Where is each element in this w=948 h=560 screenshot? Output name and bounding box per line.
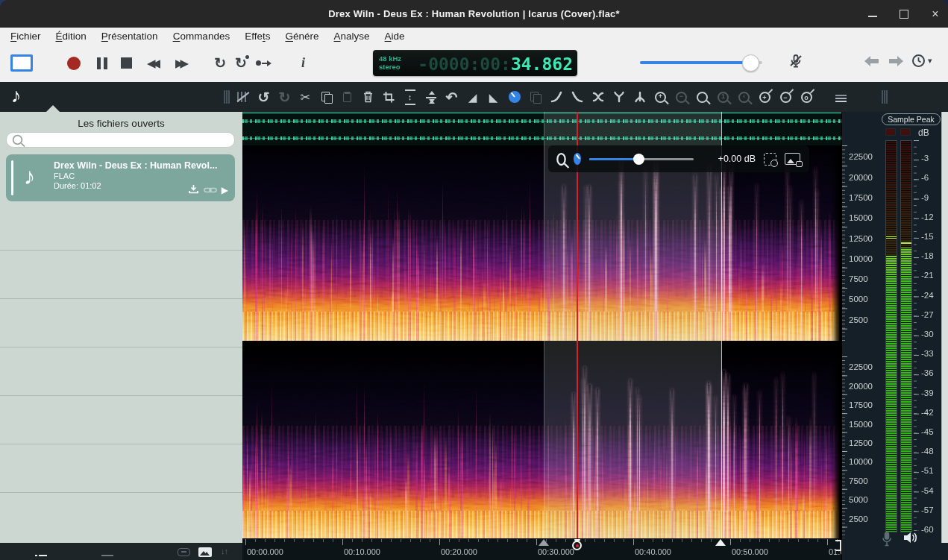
- vertical-zoom-out-icon[interactable]: −: [778, 89, 794, 105]
- history-button[interactable]: ▾: [911, 54, 932, 68]
- zoom-out-icon[interactable]: −: [674, 89, 689, 105]
- volume-slider[interactable]: [640, 54, 762, 71]
- search-icon: [13, 135, 23, 145]
- menu-commandes[interactable]: Commandes: [166, 28, 238, 44]
- loop-once-button[interactable]: ↻: [235, 56, 247, 70]
- pause-button[interactable]: [97, 57, 107, 69]
- waveform-area: +0.00 dB 00:00.00000:10.00000:20.00000:3…: [242, 112, 841, 560]
- frequency-tick-label: 17500: [849, 193, 873, 202]
- mix-paste-icon[interactable]: [527, 89, 543, 105]
- close-button[interactable]: ×: [930, 9, 941, 19]
- navigate-back-button[interactable]: [864, 56, 880, 69]
- search-input[interactable]: [28, 134, 225, 146]
- open-file-tab-note-icon[interactable]: ♪: [11, 84, 22, 107]
- zoom-previous-icon[interactable]: ‹: [736, 89, 752, 105]
- amplify-knob-icon[interactable]: [506, 89, 522, 105]
- maximize-button[interactable]: [899, 9, 909, 19]
- menu-présentation[interactable]: Présentation: [94, 28, 166, 44]
- play-file-icon[interactable]: ▶: [222, 186, 228, 195]
- panel-resize-handle[interactable]: [941, 112, 948, 543]
- record-meter-icon[interactable]: [881, 531, 893, 552]
- info-button[interactable]: i: [301, 55, 305, 71]
- crossfade-icon[interactable]: [590, 89, 606, 105]
- selection-start-marker[interactable]: [539, 539, 549, 546]
- volume-thumb[interactable]: [742, 54, 759, 72]
- selection-gain-icon[interactable]: [764, 153, 776, 166]
- vertical-zoom-reset-icon[interactable]: o: [799, 89, 814, 105]
- meter-mode-button[interactable]: Sample Peak: [882, 113, 941, 125]
- collapse-vertical-icon[interactable]: [423, 89, 439, 105]
- paste-icon[interactable]: [339, 89, 355, 105]
- download-icon[interactable]: [188, 183, 199, 197]
- spectrogram-channel-right[interactable]: [242, 356, 841, 538]
- list-view-icon[interactable]: [35, 547, 47, 556]
- thumbnail-view-icon[interactable]: [198, 547, 212, 557]
- playhead-pin[interactable]: [572, 539, 582, 550]
- menu-aide[interactable]: Aide: [377, 28, 412, 44]
- delete-icon[interactable]: [360, 89, 376, 105]
- frequency-tick-label: 7500: [849, 476, 868, 485]
- play-from-cursor-button[interactable]: [256, 60, 271, 66]
- levels-icon[interactable]: [833, 89, 849, 105]
- scale-and-meters-panel: 2250020000175001500012500100007500500025…: [841, 112, 948, 560]
- navigate-forward-button[interactable]: [888, 56, 904, 69]
- record-button[interactable]: [67, 57, 81, 70]
- trim-icon[interactable]: [381, 89, 397, 105]
- loop-region-icon[interactable]: [178, 548, 190, 556]
- fade-in-icon[interactable]: ◢: [465, 89, 480, 105]
- expand-vertical-icon[interactable]: ↕: [402, 89, 418, 105]
- spectrogram-channel-left[interactable]: [242, 145, 841, 341]
- cut-icon[interactable]: ✂: [298, 89, 313, 105]
- stop-button[interactable]: [121, 57, 132, 69]
- selection-region[interactable]: [544, 112, 722, 538]
- zoom-selection-icon[interactable]: [694, 89, 710, 105]
- db-tick-label: -12: [921, 213, 934, 221]
- selection-view-button[interactable]: [10, 54, 33, 72]
- menu-effets[interactable]: Effets: [237, 28, 277, 44]
- menu-génére[interactable]: Génére: [277, 28, 326, 44]
- compact-view-icon[interactable]: [101, 547, 113, 556]
- clip-indicator-right[interactable]: [900, 128, 911, 136]
- zoom-one-to-one-icon[interactable]: 1: [715, 89, 731, 105]
- copy-icon[interactable]: [318, 89, 334, 105]
- file-search-box[interactable]: [6, 132, 235, 148]
- invert-icon[interactable]: ↶: [444, 89, 459, 105]
- curve-lower-icon[interactable]: [569, 89, 585, 105]
- playback-meter-icon[interactable]: [902, 530, 921, 548]
- loop-button[interactable]: ↻: [214, 56, 226, 70]
- split-icon[interactable]: [611, 89, 627, 105]
- selection-end-marker[interactable]: [715, 539, 726, 546]
- fade-out-icon[interactable]: ◣: [486, 89, 501, 105]
- menu-édition[interactable]: Édition: [48, 28, 94, 44]
- curve-raise-icon[interactable]: [548, 89, 564, 105]
- titlebar[interactable]: Drex Wiln - Deus Ex : Human Revolution |…: [0, 0, 948, 28]
- spectral-selection-icon[interactable]: [235, 89, 251, 105]
- minimize-button[interactable]: [867, 9, 878, 19]
- link-icon[interactable]: [204, 183, 217, 197]
- menu-analyse[interactable]: Analyse: [327, 28, 377, 44]
- fast-forward-button[interactable]: ▶▶: [175, 57, 189, 70]
- sort-order-icon[interactable]: ↓↑: [221, 547, 227, 556]
- zoom-icon[interactable]: [556, 152, 566, 165]
- rewind-button[interactable]: ◀◀: [147, 57, 160, 70]
- file-list-item[interactable]: ♪ Drex Wiln - Deus Ex : Human Revol... F…: [6, 154, 235, 201]
- snapshot-icon[interactable]: [785, 153, 800, 165]
- gain-knob-icon[interactable]: [574, 153, 581, 165]
- list-separator: [0, 444, 242, 444]
- status-bar: ↓↑: [0, 543, 242, 560]
- clip-indicator-left[interactable]: [885, 128, 896, 136]
- zoom-slider-thumb[interactable]: [633, 154, 644, 165]
- redo-icon[interactable]: ↻: [277, 89, 292, 105]
- microphone-muted-icon[interactable]: [788, 53, 804, 72]
- menu-fichier[interactable]: Fichier: [3, 28, 48, 44]
- merge-icon[interactable]: [632, 89, 647, 105]
- toolbar-drag-handle[interactable]: [224, 90, 230, 104]
- toolbar-drag-handle[interactable]: [882, 90, 888, 104]
- db-tick-label: -15: [921, 232, 934, 241]
- zoom-slider[interactable]: [589, 153, 694, 165]
- undo-icon[interactable]: ↺: [256, 89, 271, 105]
- overview-strip[interactable]: [242, 112, 841, 146]
- vertical-zoom-in-icon[interactable]: +: [757, 89, 773, 105]
- zoom-in-icon[interactable]: +: [653, 89, 668, 105]
- timeline-ruler[interactable]: 00:00.00000:10.00000:20.00000:30.00000:4…: [242, 538, 841, 560]
